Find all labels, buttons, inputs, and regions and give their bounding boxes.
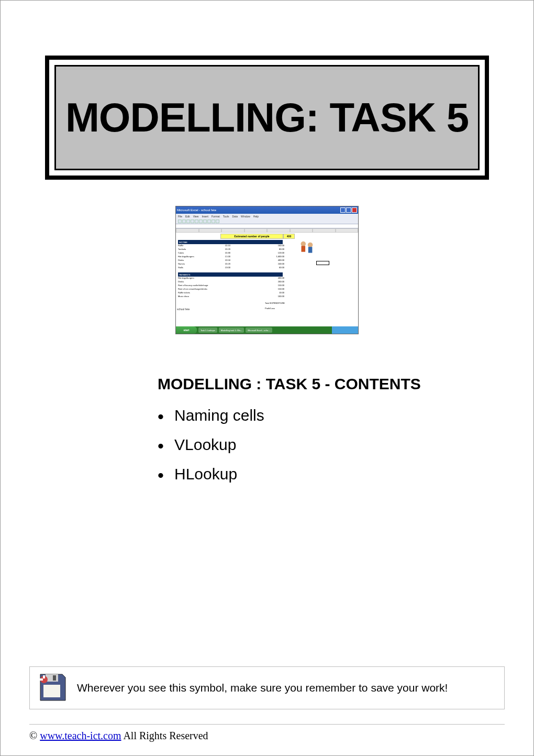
row-money: 150.00 [264, 284, 285, 288]
row-name: Raffle [178, 244, 220, 248]
floppy-disk-icon [36, 672, 68, 704]
window-title-text: Microsoft Excel - school fete [177, 209, 216, 212]
svg-point-0 [301, 242, 306, 247]
footer-link[interactable]: www.teach-ict.com [40, 730, 121, 741]
table-row: Raffle £0.10 160.00 [178, 244, 285, 248]
toolbar-icon [195, 220, 198, 223]
row-qty [236, 259, 264, 262]
taskbar: start Task 5 Lookups Modelling task 5: W… [176, 326, 358, 334]
svg-rect-7 [43, 685, 60, 697]
row-cost: £0.10 [220, 244, 236, 248]
row-money: 240.00 [264, 262, 285, 266]
col-header-cell [336, 228, 359, 233]
floating-textbox [316, 261, 329, 265]
profit-loss-label: Profit/Loss [265, 307, 275, 311]
table-row: Tombola £0.20 80.00 [178, 248, 285, 251]
row-name: Tombola [178, 248, 220, 251]
row-name: Raffle tickets [178, 291, 220, 295]
row-name: Hot dogs/burgers [178, 277, 220, 280]
row-name: Hot dogs/burgers [178, 255, 220, 259]
list-item: HLookup [174, 465, 505, 483]
yellow-badge: 400 [283, 234, 295, 239]
row-cost: £1.00 [220, 255, 236, 259]
row-money: 400.00 [264, 259, 285, 262]
table-row: Stalls £3.00 60.00 [178, 266, 285, 270]
table-row: Drinks £0.50 400.00 [178, 259, 285, 262]
row-money: 160.00 [264, 244, 285, 248]
excel-screenshot: Microsoft Excel - school fete File Edit … [175, 206, 359, 334]
table-row: Hot dogs/burgers £1.00 1,600.00 [178, 255, 285, 259]
column-headers [176, 228, 358, 233]
copyright-symbol: © [29, 730, 40, 741]
col-header-cell [176, 228, 199, 233]
row-name: Music disco [178, 295, 220, 299]
footer-rights: All Rights Reserved [121, 730, 208, 741]
payments-label: PAYMENTS [179, 273, 190, 276]
toolbar-icon [203, 220, 207, 223]
row-cost: £0.30 [220, 251, 236, 255]
formula-bar [176, 224, 358, 228]
toolbar-icon [199, 220, 203, 223]
col-header-cell [313, 228, 336, 233]
toolbar-icon [216, 220, 219, 223]
profit-loss-row: Profit/Loss [265, 307, 275, 311]
table-row: Hot dogs/burgers 400.00 [178, 277, 285, 280]
col-header-cell [244, 228, 268, 233]
menu-item: Format [212, 215, 220, 218]
title-frame-outer: MODELLING: TASK 5 [45, 56, 489, 180]
minimize-icon [340, 207, 346, 213]
col-header-cell [267, 228, 290, 233]
table-row: Rent of bouncy castle/slide/cage 150.00 [178, 284, 285, 288]
menu-item: File [178, 215, 182, 218]
toolbar-icon [191, 220, 194, 223]
window-controls [340, 207, 357, 213]
menu-bar: File Edit View Insert Format Tools Data … [176, 214, 358, 219]
col-header-cell [199, 228, 222, 233]
row-money: 10.00 [264, 291, 285, 295]
sheet-tabs: school fete [177, 308, 190, 311]
taskbar-item: Microsoft Excel - scho... [246, 327, 272, 333]
clipart-icon [296, 239, 316, 259]
col-header-cell [221, 228, 244, 233]
row-name: Stalls [178, 266, 220, 270]
save-banner: Wherever you see this symbol, make sure … [29, 666, 505, 709]
row-cost: £3.00 [220, 266, 236, 270]
contents-section: MODELLING : TASK 5 - CONTENTS Naming cel… [29, 375, 505, 483]
table-row: Games £0.20 240.00 [178, 262, 285, 266]
svg-point-2 [308, 243, 313, 248]
screenshot-container: Microsoft Excel - school fete File Edit … [29, 206, 505, 334]
row-qty [236, 255, 264, 259]
row-money: 60.00 [264, 266, 285, 270]
toolbar-icon [207, 220, 211, 223]
window-titlebar: Microsoft Excel - school fete [176, 206, 358, 214]
row-money: 150.00 [264, 288, 285, 291]
close-icon [352, 207, 357, 213]
row-money: 80.00 [264, 248, 285, 251]
svg-rect-6 [53, 675, 56, 681]
menu-item: Tools [223, 215, 229, 218]
table-row: Music disco 100.00 [178, 295, 285, 299]
total-exp-label: Total EXPENDITURE [265, 302, 285, 305]
page-container: MODELLING: TASK 5 Microsoft Excel - scho… [0, 0, 534, 756]
toolbar-icon [178, 220, 182, 223]
footer: © www.teach-ict.com All Rights Reserved [29, 724, 505, 742]
row-money: 100.00 [264, 295, 285, 299]
save-banner-text: Wherever you see this symbol, make sure … [77, 682, 448, 694]
row-qty [236, 251, 264, 255]
income-header-row: INCOME [178, 240, 283, 244]
menu-item: Insert [202, 215, 208, 218]
row-cost: £0.50 [220, 259, 236, 262]
menu-item: Help [253, 215, 259, 218]
contents-list: Naming cells VLookup HLookup [158, 407, 505, 483]
row-money: 1,600.00 [264, 255, 285, 259]
row-qty [236, 266, 264, 270]
table-row: Cakes £0.30 120.00 [178, 251, 285, 255]
row-cost: £0.20 [220, 262, 236, 266]
row-qty [236, 244, 264, 248]
maximize-icon [346, 207, 351, 213]
yellow-header: Estimated number of people [220, 234, 283, 239]
row-name: Drinks [178, 259, 220, 262]
income-label: INCOME [179, 241, 187, 244]
title-frame-inner: MODELLING: TASK 5 [54, 65, 480, 170]
menu-item: View [193, 215, 199, 218]
